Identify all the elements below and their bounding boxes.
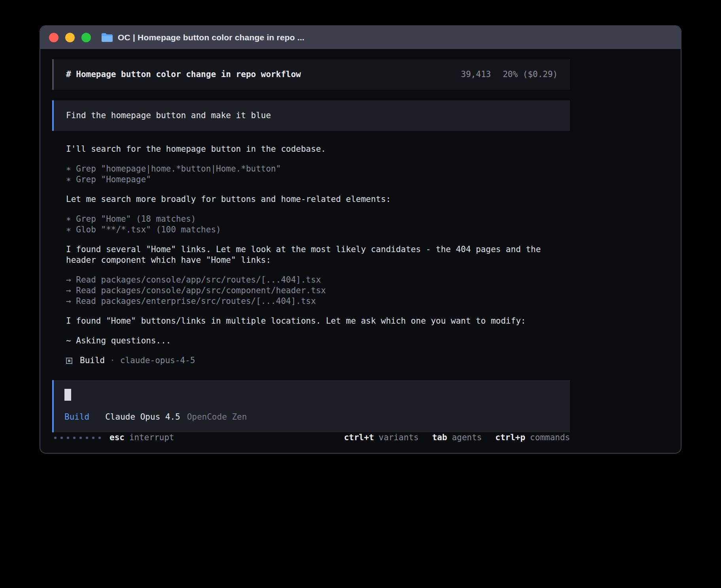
assistant-text: I found "Home" buttons/links in multiple… — [66, 316, 570, 326]
tool-call-group: ∗ Grep "homepage|home.*button|Home.*butt… — [66, 164, 570, 185]
close-button[interactable] — [49, 33, 59, 42]
tool-call-grep: ∗ Grep "homepage|home.*button|Home.*butt… — [66, 164, 570, 174]
tool-call-read: → Read packages/console/app/src/routes/[… — [66, 275, 570, 285]
agent-badge-icon — [66, 358, 72, 364]
terminal-window: OC | Homepage button color change in rep… — [40, 25, 681, 454]
shortcut-label: variants — [379, 432, 419, 443]
context-usage: 20% ($0.29) — [503, 69, 558, 80]
shortcut-key: ctrl+p — [495, 432, 525, 443]
status-bar: esc interrupt ctrl+t variants tab agents… — [52, 432, 570, 443]
tool-call-glob: ∗ Glob "**/*.tsx" (100 matches) — [66, 224, 570, 235]
shortcut-agents: tab agents — [432, 432, 482, 443]
agent-mode-selector[interactable]: Build — [64, 412, 89, 422]
status-bar-left: esc interrupt — [54, 432, 174, 443]
assistant-text: I'll search for the homepage button in t… — [66, 144, 570, 155]
tool-call-read: → Read packages/console/app/src/componen… — [66, 285, 570, 296]
terminal-content: # Homepage button color change in repo w… — [40, 49, 681, 453]
user-message-text: Find the homepage button and make it blu… — [66, 111, 271, 120]
assistant-text: Let me search more broadly for buttons a… — [66, 194, 570, 205]
user-message: Find the homepage button and make it blu… — [52, 100, 570, 131]
agent-name: Build — [80, 355, 105, 366]
traffic-lights — [49, 33, 91, 42]
shortcut-interrupt: esc interrupt — [109, 432, 174, 443]
agent-status: Build · claude-opus-4-5 — [66, 355, 570, 366]
token-count: 39,413 — [461, 69, 491, 80]
session-stats: 39,413 20% ($0.29) — [461, 69, 558, 80]
folder-icon — [101, 33, 113, 42]
session-title: # Homepage button color change in repo w… — [66, 69, 301, 80]
prompt-input[interactable]: Build Claude Opus 4.5 OpenCode Zen — [52, 380, 570, 432]
titlebar[interactable]: OC | Homepage button color change in rep… — [40, 26, 681, 49]
agent-separator: · — [110, 355, 115, 366]
window-title: OC | Homepage button color change in rep… — [118, 33, 304, 42]
assistant-text: I found several "Home" links. Let me loo… — [66, 244, 570, 266]
shortcut-variants: ctrl+t variants — [344, 432, 419, 443]
shortcut-key: tab — [432, 432, 447, 443]
tool-call-group: ∗ Grep "Home" (18 matches) ∗ Glob "**/*.… — [66, 214, 570, 235]
tool-call-read: → Read packages/enterprise/src/routes/[.… — [66, 296, 570, 307]
esc-key: esc — [109, 432, 125, 443]
model-name[interactable]: Claude Opus 4.5 — [105, 412, 180, 422]
text-cursor — [64, 389, 71, 401]
esc-label: interrupt — [129, 432, 174, 443]
zoom-button[interactable] — [81, 33, 91, 42]
input-meta: Build Claude Opus 4.5 OpenCode Zen — [64, 412, 559, 422]
shortcut-label: agents — [452, 432, 482, 443]
provider-name: OpenCode Zen — [187, 412, 247, 422]
tool-call-group: → Read packages/console/app/src/routes/[… — [66, 275, 570, 307]
shortcut-label: commands — [530, 432, 570, 443]
minimize-button[interactable] — [65, 33, 75, 42]
tool-call-grep: ∗ Grep "Homepage" — [66, 174, 570, 185]
spinner-dots-icon — [54, 437, 101, 439]
status-bar-right: ctrl+t variants tab agents ctrl+p comman… — [344, 432, 570, 443]
transcript: I'll search for the homepage button in t… — [52, 144, 570, 366]
shortcut-commands: ctrl+p commands — [495, 432, 570, 443]
shortcut-key: ctrl+t — [344, 432, 374, 443]
tool-call-grep: ∗ Grep "Home" (18 matches) — [66, 214, 570, 224]
assistant-status-text: ~ Asking questions... — [66, 335, 570, 346]
agent-model: claude-opus-4-5 — [120, 355, 195, 366]
session-header: # Homepage button color change in repo w… — [52, 59, 570, 90]
